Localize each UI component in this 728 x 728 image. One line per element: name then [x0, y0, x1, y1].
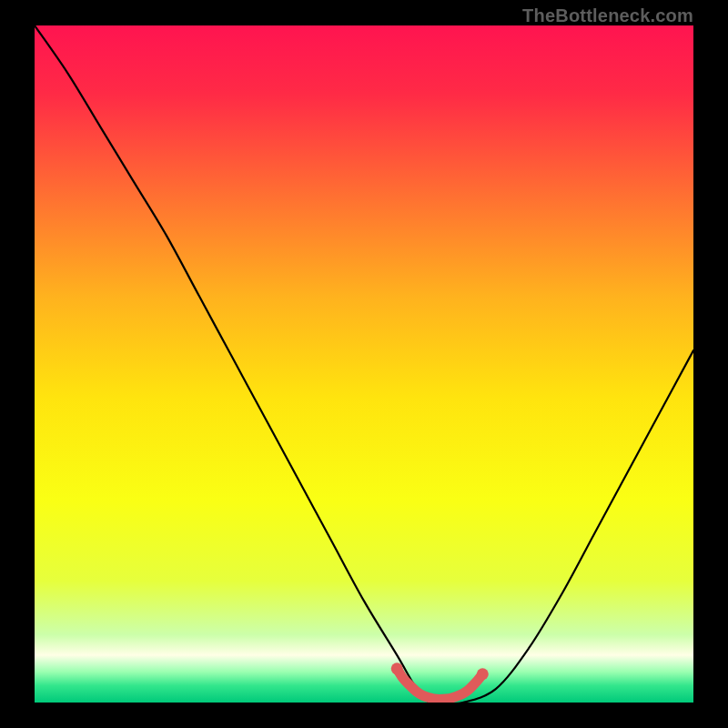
- svg-point-2: [477, 668, 489, 680]
- chart-container: TheBottleneck.com: [0, 0, 728, 728]
- curve-layer: [35, 25, 693, 703]
- bottleneck-curve: [35, 25, 693, 703]
- watermark-text: TheBottleneck.com: [522, 5, 693, 26]
- plot-area: [35, 25, 693, 703]
- svg-point-1: [391, 662, 403, 674]
- optimal-zone-highlight: [397, 669, 482, 700]
